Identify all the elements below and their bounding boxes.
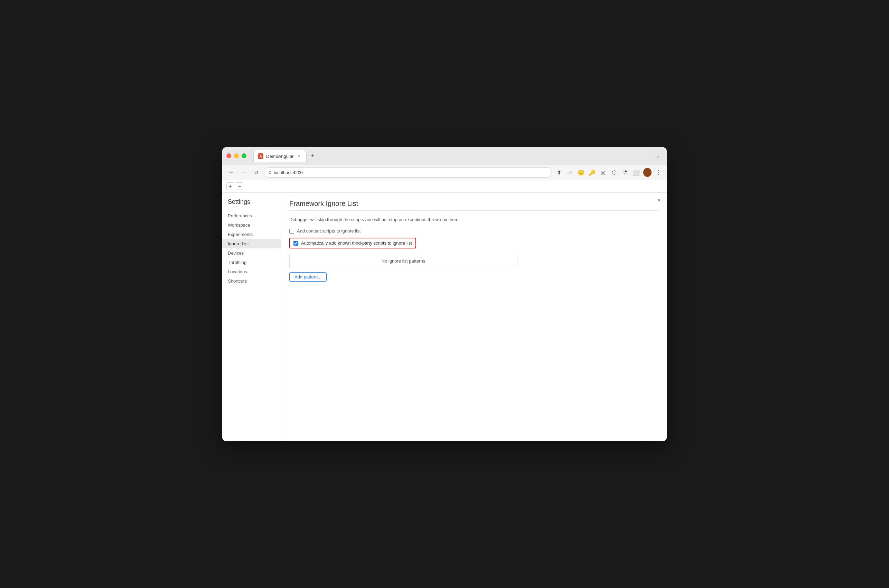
zoom-out-btn[interactable]: − (236, 182, 243, 190)
back-btn[interactable]: ← (227, 168, 236, 177)
address-bar[interactable]: ⊙ localhost:4200 (264, 167, 552, 178)
sidebar: Settings Preferences Workspace Experimen… (222, 193, 281, 441)
third-party-scripts-checkbox[interactable] (293, 241, 298, 246)
close-panel-btn[interactable]: × (656, 197, 662, 204)
checkbox-content-scripts[interactable]: Add content scripts to ignore list (289, 228, 658, 234)
extensions-icon[interactable]: ⬡ (610, 168, 618, 177)
nav-icons: ⬆ ☆ 🙂 🔑 ◎ ⬡ ⚗ ⬜ ⋮ (555, 168, 662, 177)
extension1-icon[interactable]: 🙂 (577, 168, 585, 177)
sidebar-item-preferences[interactable]: Preferences (222, 211, 281, 220)
nav-bar: ← → ↺ ⊙ localhost:4200 ⬆ ☆ 🙂 🔑 ◎ ⬡ ⚗ ⬜ ⋮ (222, 165, 667, 180)
main-content: × Framework Ignore List Debugger will sk… (281, 193, 667, 441)
reload-btn[interactable]: ↺ (251, 168, 261, 177)
maximize-window-btn[interactable] (242, 153, 246, 158)
panel-description: Debugger will skip through the scripts a… (289, 216, 658, 223)
content-scripts-label: Add content scripts to ignore list (297, 228, 360, 234)
content-scripts-checkbox[interactable] (289, 229, 294, 234)
tab-title: DemoAngular (266, 154, 294, 159)
sidebar-item-locations[interactable]: Locations (222, 267, 281, 276)
title-bar: A DemoAngular × + ⌄ (222, 147, 667, 165)
lab-icon[interactable]: ⚗ (621, 168, 629, 177)
panel-divider (289, 210, 658, 211)
tab-bar: A DemoAngular × + (253, 147, 653, 165)
extension3-icon[interactable]: ◎ (599, 168, 607, 177)
sidebar-item-shortcuts[interactable]: Shortcuts (222, 276, 281, 286)
avatar (643, 168, 652, 177)
devtools-panel: Settings Preferences Workspace Experimen… (222, 193, 667, 441)
zoom-in-btn[interactable]: + (227, 182, 234, 190)
sidebar-item-throttling[interactable]: Throttling (222, 258, 281, 267)
chevron-down-icon: ⌄ (656, 153, 660, 159)
sidebar-title: Settings (222, 198, 281, 211)
address-text: localhost:4200 (274, 170, 303, 175)
bookmark-icon[interactable]: ☆ (566, 168, 574, 177)
browser-tab[interactable]: A DemoAngular × (253, 150, 306, 162)
checkbox-third-party-highlighted[interactable]: Automatically add known third-party scri… (289, 238, 416, 248)
lock-icon: ⊙ (268, 170, 272, 175)
forward-btn[interactable]: → (239, 168, 249, 177)
close-window-btn[interactable] (227, 153, 231, 158)
patterns-box: No ignore list patterns (289, 254, 517, 268)
sidebar-item-devices[interactable]: Devices (222, 248, 281, 258)
third-party-scripts-label: Automatically add known third-party scri… (301, 240, 412, 246)
traffic-lights (227, 153, 246, 158)
zoom-bar: + − (222, 180, 667, 193)
zoom-controls: + − (227, 182, 243, 190)
sidebar-item-workspace[interactable]: Workspace (222, 220, 281, 230)
browser-window: A DemoAngular × + ⌄ ← → ↺ ⊙ localhost:42… (222, 147, 667, 441)
more-options-icon[interactable]: ⋮ (654, 168, 662, 177)
zoom-divider (235, 182, 235, 190)
minimize-window-btn[interactable] (234, 153, 239, 158)
share-icon[interactable]: ⬆ (555, 168, 563, 177)
patterns-empty-label: No ignore list patterns (381, 258, 425, 264)
profile-icon[interactable] (643, 168, 652, 177)
sidebar-item-experiments[interactable]: Experiments (222, 230, 281, 239)
new-tab-btn[interactable]: + (308, 151, 318, 160)
extension2-icon[interactable]: 🔑 (588, 168, 596, 177)
add-pattern-btn[interactable]: Add pattern... (289, 272, 327, 282)
panel-title: Framework Ignore List (289, 200, 658, 208)
tab-close-btn[interactable]: × (297, 153, 302, 159)
title-bar-right: ⌄ (656, 153, 662, 159)
sidebar-item-ignore-list[interactable]: Ignore List (222, 239, 281, 248)
tab-favicon: A (258, 153, 263, 159)
split-screen-icon[interactable]: ⬜ (632, 168, 640, 177)
